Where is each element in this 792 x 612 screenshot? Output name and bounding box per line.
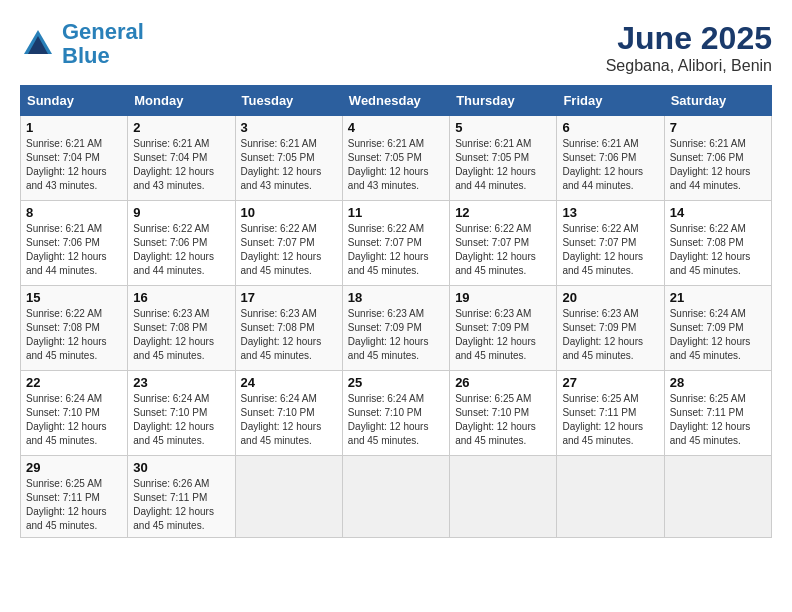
day-header-thursday: Thursday <box>450 86 557 116</box>
calendar-week-row: 22Sunrise: 6:24 AM Sunset: 7:10 PM Dayli… <box>21 371 772 456</box>
logo-text: General Blue <box>62 20 144 68</box>
day-number: 28 <box>670 375 766 390</box>
day-header-friday: Friday <box>557 86 664 116</box>
cell-content: Sunrise: 6:25 AM Sunset: 7:11 PM Dayligh… <box>670 392 766 448</box>
day-number: 25 <box>348 375 444 390</box>
calendar-cell: 24Sunrise: 6:24 AM Sunset: 7:10 PM Dayli… <box>235 371 342 456</box>
calendar-cell: 30Sunrise: 6:26 AM Sunset: 7:11 PM Dayli… <box>128 456 235 538</box>
calendar-cell: 26Sunrise: 6:25 AM Sunset: 7:10 PM Dayli… <box>450 371 557 456</box>
day-number: 16 <box>133 290 229 305</box>
calendar-cell: 16Sunrise: 6:23 AM Sunset: 7:08 PM Dayli… <box>128 286 235 371</box>
calendar-cell: 17Sunrise: 6:23 AM Sunset: 7:08 PM Dayli… <box>235 286 342 371</box>
calendar-cell: 22Sunrise: 6:24 AM Sunset: 7:10 PM Dayli… <box>21 371 128 456</box>
calendar-cell: 3Sunrise: 6:21 AM Sunset: 7:05 PM Daylig… <box>235 116 342 201</box>
day-number: 7 <box>670 120 766 135</box>
day-number: 24 <box>241 375 337 390</box>
cell-content: Sunrise: 6:25 AM Sunset: 7:11 PM Dayligh… <box>26 477 122 533</box>
cell-content: Sunrise: 6:21 AM Sunset: 7:05 PM Dayligh… <box>455 137 551 193</box>
calendar-cell: 7Sunrise: 6:21 AM Sunset: 7:06 PM Daylig… <box>664 116 771 201</box>
cell-content: Sunrise: 6:22 AM Sunset: 7:08 PM Dayligh… <box>670 222 766 278</box>
day-header-sunday: Sunday <box>21 86 128 116</box>
cell-content: Sunrise: 6:22 AM Sunset: 7:07 PM Dayligh… <box>455 222 551 278</box>
cell-content: Sunrise: 6:23 AM Sunset: 7:09 PM Dayligh… <box>562 307 658 363</box>
cell-content: Sunrise: 6:24 AM Sunset: 7:10 PM Dayligh… <box>348 392 444 448</box>
calendar-cell: 12Sunrise: 6:22 AM Sunset: 7:07 PM Dayli… <box>450 201 557 286</box>
cell-content: Sunrise: 6:21 AM Sunset: 7:05 PM Dayligh… <box>348 137 444 193</box>
day-number: 12 <box>455 205 551 220</box>
calendar-cell: 11Sunrise: 6:22 AM Sunset: 7:07 PM Dayli… <box>342 201 449 286</box>
calendar-cell: 20Sunrise: 6:23 AM Sunset: 7:09 PM Dayli… <box>557 286 664 371</box>
day-number: 9 <box>133 205 229 220</box>
cell-content: Sunrise: 6:24 AM Sunset: 7:10 PM Dayligh… <box>133 392 229 448</box>
days-header-row: SundayMondayTuesdayWednesdayThursdayFrid… <box>21 86 772 116</box>
calendar-cell: 18Sunrise: 6:23 AM Sunset: 7:09 PM Dayli… <box>342 286 449 371</box>
cell-content: Sunrise: 6:23 AM Sunset: 7:09 PM Dayligh… <box>455 307 551 363</box>
day-number: 29 <box>26 460 122 475</box>
calendar-cell: 21Sunrise: 6:24 AM Sunset: 7:09 PM Dayli… <box>664 286 771 371</box>
calendar-cell <box>450 456 557 538</box>
day-number: 18 <box>348 290 444 305</box>
calendar-cell <box>342 456 449 538</box>
logo: General Blue <box>20 20 144 68</box>
day-number: 13 <box>562 205 658 220</box>
day-header-monday: Monday <box>128 86 235 116</box>
day-number: 4 <box>348 120 444 135</box>
cell-content: Sunrise: 6:22 AM Sunset: 7:07 PM Dayligh… <box>348 222 444 278</box>
location-title: Segbana, Alibori, Benin <box>606 57 772 75</box>
cell-content: Sunrise: 6:22 AM Sunset: 7:07 PM Dayligh… <box>562 222 658 278</box>
calendar-cell: 27Sunrise: 6:25 AM Sunset: 7:11 PM Dayli… <box>557 371 664 456</box>
day-number: 20 <box>562 290 658 305</box>
day-header-saturday: Saturday <box>664 86 771 116</box>
cell-content: Sunrise: 6:21 AM Sunset: 7:04 PM Dayligh… <box>26 137 122 193</box>
calendar-table: SundayMondayTuesdayWednesdayThursdayFrid… <box>20 85 772 538</box>
day-number: 10 <box>241 205 337 220</box>
cell-content: Sunrise: 6:25 AM Sunset: 7:10 PM Dayligh… <box>455 392 551 448</box>
day-number: 27 <box>562 375 658 390</box>
cell-content: Sunrise: 6:21 AM Sunset: 7:05 PM Dayligh… <box>241 137 337 193</box>
day-number: 11 <box>348 205 444 220</box>
calendar-cell: 19Sunrise: 6:23 AM Sunset: 7:09 PM Dayli… <box>450 286 557 371</box>
cell-content: Sunrise: 6:22 AM Sunset: 7:08 PM Dayligh… <box>26 307 122 363</box>
calendar-week-row: 1Sunrise: 6:21 AM Sunset: 7:04 PM Daylig… <box>21 116 772 201</box>
calendar-cell: 6Sunrise: 6:21 AM Sunset: 7:06 PM Daylig… <box>557 116 664 201</box>
day-number: 22 <box>26 375 122 390</box>
logo-general: General <box>62 19 144 44</box>
day-number: 15 <box>26 290 122 305</box>
calendar-cell: 25Sunrise: 6:24 AM Sunset: 7:10 PM Dayli… <box>342 371 449 456</box>
calendar-cell <box>664 456 771 538</box>
cell-content: Sunrise: 6:22 AM Sunset: 7:06 PM Dayligh… <box>133 222 229 278</box>
calendar-week-row: 15Sunrise: 6:22 AM Sunset: 7:08 PM Dayli… <box>21 286 772 371</box>
cell-content: Sunrise: 6:23 AM Sunset: 7:08 PM Dayligh… <box>133 307 229 363</box>
cell-content: Sunrise: 6:21 AM Sunset: 7:06 PM Dayligh… <box>26 222 122 278</box>
calendar-cell: 9Sunrise: 6:22 AM Sunset: 7:06 PM Daylig… <box>128 201 235 286</box>
day-number: 19 <box>455 290 551 305</box>
calendar-week-row: 8Sunrise: 6:21 AM Sunset: 7:06 PM Daylig… <box>21 201 772 286</box>
day-number: 21 <box>670 290 766 305</box>
cell-content: Sunrise: 6:22 AM Sunset: 7:07 PM Dayligh… <box>241 222 337 278</box>
calendar-cell: 4Sunrise: 6:21 AM Sunset: 7:05 PM Daylig… <box>342 116 449 201</box>
day-number: 23 <box>133 375 229 390</box>
calendar-cell: 10Sunrise: 6:22 AM Sunset: 7:07 PM Dayli… <box>235 201 342 286</box>
day-header-tuesday: Tuesday <box>235 86 342 116</box>
calendar-cell: 13Sunrise: 6:22 AM Sunset: 7:07 PM Dayli… <box>557 201 664 286</box>
logo-blue: Blue <box>62 43 110 68</box>
calendar-cell: 2Sunrise: 6:21 AM Sunset: 7:04 PM Daylig… <box>128 116 235 201</box>
day-number: 30 <box>133 460 229 475</box>
calendar-cell: 23Sunrise: 6:24 AM Sunset: 7:10 PM Dayli… <box>128 371 235 456</box>
cell-content: Sunrise: 6:24 AM Sunset: 7:09 PM Dayligh… <box>670 307 766 363</box>
calendar-cell <box>235 456 342 538</box>
logo-icon <box>20 26 56 62</box>
day-number: 6 <box>562 120 658 135</box>
calendar-cell: 8Sunrise: 6:21 AM Sunset: 7:06 PM Daylig… <box>21 201 128 286</box>
calendar-cell: 29Sunrise: 6:25 AM Sunset: 7:11 PM Dayli… <box>21 456 128 538</box>
day-number: 5 <box>455 120 551 135</box>
cell-content: Sunrise: 6:24 AM Sunset: 7:10 PM Dayligh… <box>26 392 122 448</box>
cell-content: Sunrise: 6:23 AM Sunset: 7:09 PM Dayligh… <box>348 307 444 363</box>
cell-content: Sunrise: 6:21 AM Sunset: 7:06 PM Dayligh… <box>562 137 658 193</box>
calendar-cell <box>557 456 664 538</box>
cell-content: Sunrise: 6:21 AM Sunset: 7:04 PM Dayligh… <box>133 137 229 193</box>
day-number: 17 <box>241 290 337 305</box>
header: General Blue June 2025 Segbana, Alibori,… <box>20 20 772 75</box>
day-number: 8 <box>26 205 122 220</box>
month-title: June 2025 <box>606 20 772 57</box>
